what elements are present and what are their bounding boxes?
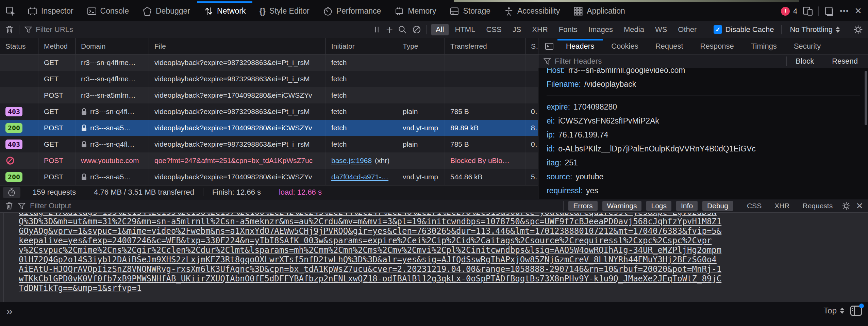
type-filter-all[interactable]: All <box>431 24 448 35</box>
tab-performance[interactable]: Performance <box>316 1 388 21</box>
network-settings-gear-icon[interactable] <box>853 25 863 35</box>
table-row[interactable]: 403 GET rr3---sn-q4fl… videoplayback?exp… <box>0 136 538 152</box>
filter-info-button[interactable]: Info <box>676 201 698 211</box>
log-line[interactable]: keepalive=yes&fexp=24007246&c=WEB&txp=33… <box>19 236 868 245</box>
type-filter-other[interactable]: Other <box>673 24 701 35</box>
throttling-dropdown[interactable]: No Throttling <box>786 25 843 34</box>
tab-application[interactable]: Application <box>567 1 632 21</box>
split-details-toggle-button[interactable] <box>541 38 557 54</box>
log-line[interactable]: 0lH72Q4Gp2o14S3iybl2DAiBSeJm9XHS2zLxjmKF… <box>19 255 868 264</box>
block-requests-icon[interactable] <box>412 25 421 34</box>
more-menu-icon[interactable]: ••• <box>840 7 849 15</box>
console-output[interactable]: &itag=247&aitags=133%2C134%2C135%2C136%2… <box>0 213 868 302</box>
query-param-row[interactable]: ip 76.176.199.74 <box>547 128 868 142</box>
type-filter-html[interactable]: HTML <box>451 24 480 35</box>
column-header-transferred[interactable]: Transferred <box>445 38 525 54</box>
log-line[interactable]: v%2Csvpuc%2Cmime%2Cns%2Cgir%2Cclen%2Cdur… <box>19 245 868 255</box>
query-param-row[interactable]: id o-ALbsPKIlz__lDp7jPalEnOulpKdqVVRnY4B… <box>547 142 868 156</box>
pause-traffic-icon[interactable] <box>372 25 381 34</box>
query-param-row[interactable]: expire 1704098280 <box>547 100 868 114</box>
table-row[interactable]: 403 GET rr3---sn-q4fl… videoplayback?exp… <box>0 103 538 120</box>
table-row[interactable]: POST rr3---sn-a5mlrn… videoplayback?expi… <box>0 87 538 103</box>
log-line[interactable]: AiEAtU-HJOQrAVOpIizSnZ8VNQNWRvg-rxsXm6lK… <box>19 264 868 274</box>
details-tab-cookies[interactable]: Cookies <box>603 38 647 54</box>
filter-output-input[interactable] <box>30 201 559 210</box>
table-row[interactable]: GET rr3---sn-q4flrne… videoplayback?expi… <box>0 54 538 71</box>
table-row[interactable]: GET rr3---sn-q4flrne… videoplayback?expi… <box>0 71 538 87</box>
responsive-design-mode-icon[interactable] <box>803 6 813 16</box>
block-button[interactable]: Block <box>790 57 819 66</box>
console-settings-gear-icon[interactable] <box>841 201 851 211</box>
log-line[interactable]: TdDNTikTg==&ump=1&srfvp=1 <box>19 283 868 293</box>
details-tab-response[interactable]: Response <box>692 38 742 54</box>
close-devtools-icon[interactable]: ✕ <box>854 6 862 16</box>
details-tab-request[interactable]: Request <box>647 38 692 54</box>
table-row[interactable]: 200 POST rr3---sn-a5… videoplayback?expi… <box>0 169 538 185</box>
column-header-initiator[interactable]: Initiator <box>326 38 397 54</box>
search-icon[interactable] <box>398 25 407 34</box>
header-host-row[interactable]: Host rr3---sn-a5mlrnll.googlevideo.com <box>547 68 868 77</box>
query-param-row[interactable]: source youtube <box>547 170 868 184</box>
filter-headers-input[interactable] <box>555 57 783 66</box>
tab-debugger[interactable]: Debugger <box>136 1 197 21</box>
tab-accessibility[interactable]: Accessibility <box>497 1 567 21</box>
filter-errors-button[interactable]: Errors <box>568 201 597 211</box>
filter-debug-button[interactable]: Debug <box>702 201 733 211</box>
type-filter-css[interactable]: CSS <box>482 24 506 35</box>
filter-requests-button[interactable]: Requests <box>798 201 837 211</box>
add-request-plus-icon[interactable]: + <box>386 25 393 34</box>
node-picker-button[interactable] <box>0 1 21 21</box>
table-row-blocked[interactable]: POST www.youtube.com qoe?fmt=247&afmt=25… <box>0 152 538 169</box>
column-header-file[interactable]: File <box>149 38 326 54</box>
column-header-status[interactable]: Status <box>0 38 38 54</box>
log-line[interactable]: &itag=247&aitags=133%2C134%2C135%2C136%2… <box>19 213 868 217</box>
console-log-message[interactable]: &itag=247&aitags=133%2C134%2C135%2C136%2… <box>19 213 868 293</box>
initiator-link[interactable]: base.js:1968 <box>331 157 372 165</box>
editor-mode-icon[interactable] <box>850 306 862 316</box>
type-filter-fonts[interactable]: Fonts <box>554 24 582 35</box>
log-line[interactable]: GQyAQg&vprv=1&svpuc=1&mime=video%2Fwebm&… <box>19 226 868 236</box>
resend-button[interactable]: Resend <box>827 57 863 66</box>
disable-cache-checkbox[interactable]: ✓ <box>714 25 722 34</box>
tab-console[interactable]: Console <box>80 1 136 21</box>
filter-logs-button[interactable]: Logs <box>646 201 671 211</box>
column-header-domain[interactable]: Domain <box>76 38 149 54</box>
tab-network[interactable]: Network <box>197 1 252 21</box>
type-filter-ws[interactable]: WS <box>651 24 671 35</box>
tab-style-editor[interactable]: {} Style Editor <box>252 1 316 21</box>
evaluation-context-selector[interactable]: Top <box>823 306 844 315</box>
query-param-row[interactable]: itag 251 <box>547 156 868 170</box>
tab-inspector[interactable]: Inspector <box>21 1 80 21</box>
clear-requests-trash-icon[interactable] <box>5 25 14 34</box>
performance-analysis-button[interactable] <box>3 187 20 198</box>
table-row-selected[interactable]: 200 POST rr3---sn-a5… videoplayback?expi… <box>0 120 538 136</box>
details-tab-headers[interactable]: Headers <box>557 38 603 54</box>
query-param-row[interactable]: ei iCWSZYvsFN62sfIPvMiP2Ak <box>547 114 868 128</box>
clear-console-trash-icon[interactable] <box>5 201 14 210</box>
filter-css-button[interactable]: CSS <box>743 201 766 211</box>
tab-memory[interactable]: Memory <box>388 1 443 21</box>
type-filter-images[interactable]: Images <box>584 24 617 35</box>
filter-xhr-button[interactable]: XHR <box>770 201 794 211</box>
tab-storage[interactable]: Storage <box>443 1 497 21</box>
close-split-console-icon[interactable]: ✕ <box>856 201 863 211</box>
details-scrollbar[interactable] <box>865 71 867 125</box>
log-line[interactable]: Q%3D%3D&mh=ut&mm=31%2C29&mn=sn-a5mlrnll%… <box>19 217 868 226</box>
disable-cache-toggle[interactable]: ✓ Disable Cache <box>711 25 777 34</box>
filter-urls-input[interactable] <box>36 25 368 34</box>
column-header-size[interactable]: S… <box>525 38 538 54</box>
details-tab-timings[interactable]: Timings <box>742 38 785 54</box>
query-param-row[interactable]: requiressl yes <box>547 184 868 198</box>
column-header-type[interactable]: Type <box>397 38 445 54</box>
log-line[interactable]: wTKkCblGPD0vK0Vf0fb7xB9PMWSNHfAB_UKiirZX… <box>19 274 868 283</box>
console-prompt-icon[interactable]: » <box>6 305 13 316</box>
column-header-method[interactable]: Method <box>38 38 76 54</box>
type-filter-js[interactable]: JS <box>508 24 526 35</box>
filter-warnings-button[interactable]: Warnings <box>602 201 642 211</box>
error-badge-icon[interactable]: ! <box>781 7 790 16</box>
header-filename-row[interactable]: Filename /videoplayback <box>547 77 868 91</box>
details-tab-security[interactable]: Security <box>785 38 829 54</box>
frames-icon[interactable] <box>824 6 834 16</box>
type-filter-media[interactable]: Media <box>619 24 649 35</box>
initiator-link[interactable]: da7f04cd-a971-… <box>331 173 388 181</box>
